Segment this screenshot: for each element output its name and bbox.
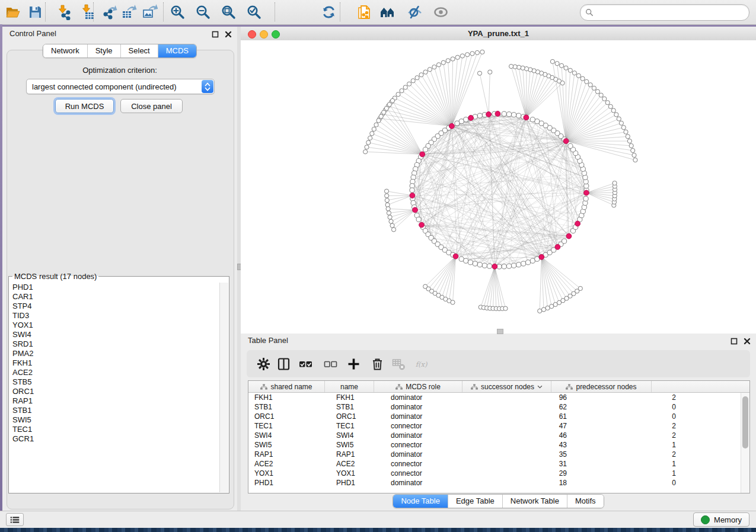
table-tab-node-table[interactable]: Node Table [393, 495, 448, 508]
graph-mcds-node[interactable] [575, 221, 580, 226]
graph-node[interactable] [477, 113, 482, 118]
column-header-MCDS-role[interactable]: MCDS role [374, 381, 462, 392]
tab-style[interactable]: Style [87, 44, 120, 57]
graph-leaf-node[interactable] [629, 143, 633, 148]
save-session-button[interactable] [25, 3, 45, 21]
mcds-result-item[interactable]: SWI5 [12, 415, 220, 425]
graph-leaf-node[interactable] [632, 153, 636, 157]
graph-leaf-node[interactable] [465, 53, 470, 57]
graph-leaf-node[interactable] [595, 89, 599, 94]
graph-leaf-node[interactable] [407, 82, 412, 86]
table-row[interactable]: ACE2ACE2connector311 [248, 459, 749, 469]
graph-leaf-node[interactable] [382, 110, 386, 114]
mcds-result-item[interactable]: SRD1 [12, 339, 220, 349]
graph-leaf-node[interactable] [423, 70, 428, 74]
graph-leaf-node[interactable] [588, 83, 592, 87]
graph-mcds-node[interactable] [584, 190, 589, 196]
graph-node[interactable] [526, 260, 531, 265]
close-panel-button[interactable]: Close panel [120, 99, 183, 113]
table-row[interactable]: SWI4SWI4dominator462 [248, 431, 749, 440]
graph-mcds-node[interactable] [449, 123, 455, 129]
graph-node[interactable] [455, 121, 460, 126]
table-row[interactable]: TEC1TEC1connector472 [248, 421, 749, 431]
open-file-button[interactable] [2, 3, 23, 21]
table-row[interactable]: YOX1YOX1connector291 [248, 469, 749, 478]
refresh-layout-button[interactable] [318, 3, 339, 21]
graph-node[interactable] [487, 264, 492, 268]
graph-leaf-node[interactable] [446, 59, 450, 63]
graph-node[interactable] [521, 261, 526, 266]
table-tab-motifs[interactable]: Motifs [567, 495, 604, 508]
horizontal-splitter-grip[interactable] [497, 329, 503, 334]
graph-leaf-node[interactable] [403, 85, 407, 89]
graph-mcds-node[interactable] [413, 207, 418, 213]
close-panel-icon[interactable] [224, 30, 232, 39]
graph-mcds-node[interactable] [566, 233, 572, 239]
mcds-result-item[interactable]: ACE2 [12, 368, 220, 377]
mcds-result-item[interactable]: TID3 [12, 311, 220, 321]
network-canvas[interactable] [241, 40, 756, 333]
graph-leaf-node[interactable] [432, 65, 436, 69]
graph-mcds-node[interactable] [563, 139, 569, 144]
graph-node[interactable] [502, 111, 506, 116]
graph-node[interactable] [568, 143, 573, 148]
hide-graphics-details-button[interactable] [404, 3, 425, 21]
mcds-result-item[interactable]: FKH1 [12, 358, 220, 368]
graph-node[interactable] [464, 258, 468, 263]
graph-leaf-node[interactable] [436, 63, 441, 67]
column-header-predecessor-nodes[interactable]: predecessor nodes [551, 381, 652, 392]
table-row[interactable]: PHD1PHD1dominator180 [248, 478, 749, 488]
graph-leaf-node[interactable] [389, 219, 393, 223]
graph-leaf-node[interactable] [460, 54, 464, 58]
show-graphics-details-button[interactable] [430, 3, 451, 21]
graph-leaf-node[interactable] [391, 227, 395, 232]
graph-node[interactable] [530, 117, 535, 122]
graph-leaf-node[interactable] [578, 286, 582, 290]
column-header-shared-name[interactable]: shared name [248, 381, 325, 392]
graph-leaf-node[interactable] [396, 92, 400, 97]
graph-leaf-node[interactable] [602, 97, 607, 101]
graph-leaf-node[interactable] [411, 79, 415, 83]
search-input[interactable] [596, 6, 749, 19]
graph-leaf-node[interactable] [390, 98, 394, 102]
graph-node[interactable] [477, 262, 482, 267]
graph-leaf-node[interactable] [576, 73, 580, 78]
graph-node[interactable] [464, 117, 468, 122]
graph-leaf-node[interactable] [385, 198, 389, 203]
graph-node[interactable] [423, 147, 428, 152]
graph-leaf-node[interactable] [387, 102, 391, 107]
graph-mcds-node[interactable] [453, 254, 458, 259]
graph-node[interactable] [516, 113, 521, 118]
tab-network[interactable]: Network [43, 44, 87, 57]
graph-leaf-node[interactable] [580, 76, 585, 81]
graph-mcds-node[interactable] [492, 264, 497, 269]
graph-node[interactable] [473, 261, 477, 266]
graph-leaf-node[interactable] [400, 89, 404, 93]
graph-mcds-node[interactable] [555, 245, 560, 250]
select-all-check-button[interactable] [297, 356, 314, 371]
graph-leaf-node[interactable] [419, 73, 423, 77]
graph-mcds-node[interactable] [420, 152, 425, 157]
task-history-button[interactable] [6, 513, 24, 526]
graph-leaf-node[interactable] [611, 108, 615, 113]
graph-leaf-node[interactable] [599, 93, 603, 97]
graph-leaf-node[interactable] [385, 194, 389, 198]
table-row[interactable]: ORC1ORC1dominator610 [248, 412, 749, 421]
graph-leaf-node[interactable] [470, 52, 474, 56]
tab-select[interactable]: Select [120, 44, 158, 57]
graph-leaf-node[interactable] [428, 68, 432, 72]
graph-leaf-node[interactable] [608, 104, 613, 108]
graph-leaf-node[interactable] [521, 66, 525, 70]
graph-node[interactable] [583, 196, 588, 201]
graph-leaf-node[interactable] [631, 148, 635, 152]
graph-leaf-node[interactable] [619, 121, 623, 125]
import-network-button[interactable] [55, 3, 75, 21]
graph-node[interactable] [416, 217, 421, 222]
add-column-button[interactable] [345, 356, 362, 371]
graph-leaf-node[interactable] [363, 150, 368, 154]
graph-node[interactable] [506, 264, 511, 268]
export-table-button[interactable] [119, 3, 139, 21]
run-mcds-button[interactable]: Run MCDS [55, 99, 114, 113]
zoom-fit-button[interactable] [218, 3, 238, 21]
graph-leaf-node[interactable] [377, 118, 381, 123]
